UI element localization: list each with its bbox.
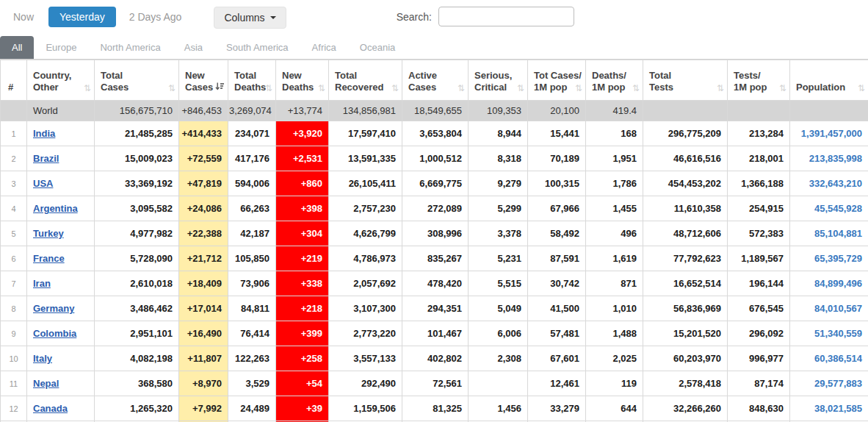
cell-serious-critical: 9,279 — [469, 171, 528, 196]
column-header-total-tests[interactable]: TotalTests⇅ — [643, 60, 728, 101]
cell-rank: 5 — [1, 221, 27, 246]
column-header-serious-critical[interactable]: Serious,Critical⇅ — [469, 60, 528, 101]
header-row: #Country,Other⇅TotalCases⇅NewCasesTotalD… — [1, 60, 868, 101]
country-link[interactable]: France — [33, 253, 65, 264]
toolbar: Now Yesterday 2 Days Ago Columns Search: — [0, 0, 868, 37]
cell-population[interactable]: 332,643,210 — [790, 171, 868, 196]
column-header-tests-per-1m[interactable]: Tests/1M pop⇅ — [728, 60, 790, 101]
column-header-cases-per-1m[interactable]: Tot Cases/1M pop⇅ — [528, 60, 586, 101]
cell-total-deaths: 73,906 — [228, 271, 276, 296]
cell-new-deaths: +54 — [276, 371, 329, 396]
country-link[interactable]: India — [33, 128, 55, 139]
country-link[interactable]: Argentina — [33, 203, 78, 214]
country-link[interactable]: USA — [33, 178, 53, 189]
cell-cases-per-1m: 15,441 — [528, 121, 586, 146]
tab-asia[interactable]: Asia — [173, 36, 214, 59]
cell-new-cases: +47,819 — [179, 171, 228, 196]
cell-cases-per-1m: 57,481 — [528, 321, 586, 346]
tab-south-america[interactable]: South America — [214, 36, 300, 59]
cell-total-recovered: 292,490 — [329, 371, 402, 396]
column-header-deaths-per-1m[interactable]: Deaths/1M pop⇅ — [586, 60, 643, 101]
cell-population[interactable]: 29,577,883 — [790, 371, 868, 396]
column-header-country[interactable]: Country,Other⇅ — [27, 60, 95, 101]
continent-tabs: AllEuropeNorth AmericaAsiaSouth AmericaA… — [0, 37, 868, 60]
cell-rank: 11 — [1, 371, 27, 396]
cell-population[interactable]: 84,899,496 — [790, 271, 868, 296]
columns-dropdown-button[interactable]: Columns — [214, 7, 286, 29]
cell-total-deaths: 76,414 — [228, 321, 276, 346]
cell-total-cases: 15,009,023 — [95, 146, 179, 171]
country-row: 12Canada1,265,320+7,99224,489+391,159,50… — [1, 396, 868, 421]
cell-rank: 10 — [1, 346, 27, 371]
cell-tests-per-1m: 676,545 — [728, 296, 790, 321]
column-header-total-cases[interactable]: TotalCases⇅ — [95, 60, 179, 101]
cell-cases-per-1m: 20,100 — [528, 101, 586, 121]
cell-total-cases: 3,095,582 — [95, 196, 179, 221]
cell-total-tests: 11,610,358 — [643, 196, 728, 221]
world-row: World156,675,710+846,4533,269,074+13,774… — [1, 101, 868, 121]
country-row: 11Nepal368,580+8,9703,529+54292,49072,56… — [1, 371, 868, 396]
cell-population[interactable]: 45,545,928 — [790, 196, 868, 221]
cell-cases-per-1m: 41,500 — [528, 296, 586, 321]
yesterday-button[interactable]: Yesterday — [48, 7, 116, 27]
cell-population[interactable]: 213,835,998 — [790, 146, 868, 171]
cell-tests-per-1m: 848,630 — [728, 396, 790, 421]
country-link[interactable]: Turkey — [33, 228, 64, 239]
country-link[interactable]: Nepal — [33, 378, 59, 389]
tab-all[interactable]: All — [0, 36, 34, 59]
cell-tests-per-1m: 87,174 — [728, 371, 790, 396]
cell-total-deaths: 122,263 — [228, 346, 276, 371]
country-link[interactable]: Germany — [33, 303, 74, 314]
cell-new-deaths: +860 — [276, 171, 329, 196]
column-label: NewDeaths — [282, 70, 314, 93]
column-header-population[interactable]: Population⇅ — [790, 60, 868, 101]
tab-oceania[interactable]: Oceania — [348, 36, 407, 59]
country-link[interactable]: Brazil — [33, 153, 59, 164]
cell-active-cases: 835,267 — [402, 246, 469, 271]
tab-europe[interactable]: Europe — [34, 36, 88, 59]
column-header-total-recovered[interactable]: TotalRecovered⇅ — [329, 60, 402, 101]
cell-population[interactable]: 60,386,514 — [790, 346, 868, 371]
cell-population[interactable]: 65,395,729 — [790, 246, 868, 271]
cell-country: Italy — [27, 346, 95, 371]
column-label: Tests/1M pop — [734, 70, 767, 93]
column-header-new-cases[interactable]: NewCases — [179, 60, 228, 101]
cell-population[interactable]: 84,010,567 — [790, 296, 868, 321]
tab-africa[interactable]: Africa — [300, 36, 348, 59]
cell-population[interactable]: 38,021,585 — [790, 396, 868, 421]
two-days-ago-button[interactable]: 2 Days Ago — [126, 7, 185, 27]
cell-total-recovered: 1,159,506 — [329, 396, 402, 421]
cell-tests-per-1m: 572,383 — [728, 221, 790, 246]
column-header-active-cases[interactable]: ActiveCases⇅ — [402, 60, 469, 101]
cell-deaths-per-1m: 1,455 — [586, 196, 643, 221]
tab-north-america[interactable]: North America — [88, 36, 172, 59]
cell-new-cases: +846,453 — [179, 101, 228, 121]
now-button[interactable]: Now — [10, 7, 37, 27]
column-label: TotalCases — [101, 70, 129, 93]
cell-cases-per-1m: 67,966 — [528, 196, 586, 221]
cell-population[interactable]: 85,104,881 — [790, 221, 868, 246]
cell-total-recovered: 17,597,410 — [329, 121, 402, 146]
cell-population[interactable]: 51,340,559 — [790, 321, 868, 346]
country-link[interactable]: Italy — [33, 353, 52, 364]
search-input[interactable] — [438, 7, 574, 26]
cell-deaths-per-1m: 1,951 — [586, 146, 643, 171]
country-link[interactable]: Canada — [33, 403, 68, 414]
cell-rank: 6 — [1, 246, 27, 271]
cell-new-cases: +7,992 — [179, 396, 228, 421]
cell-new-cases: +18,409 — [179, 271, 228, 296]
country-link[interactable]: Colombia — [33, 328, 76, 339]
column-header-new-deaths[interactable]: NewDeaths⇅ — [276, 60, 329, 101]
cell-rank: 3 — [1, 171, 27, 196]
column-label: Deaths/1M pop — [592, 70, 626, 93]
cell-population[interactable]: 1,391,457,000 — [790, 121, 868, 146]
column-header-total-deaths[interactable]: TotalDeaths⇅ — [228, 60, 276, 101]
cell-rank: 12 — [1, 396, 27, 421]
cell-total-cases: 2,951,101 — [95, 321, 179, 346]
cell-total-recovered: 2,057,692 — [329, 271, 402, 296]
cell-rank: 4 — [1, 196, 27, 221]
country-link[interactable]: Iran — [33, 278, 51, 289]
cell-country: Colombia — [27, 321, 95, 346]
cell-new-cases: +414,433 — [179, 121, 228, 146]
cell-total-deaths: 84,811 — [228, 296, 276, 321]
